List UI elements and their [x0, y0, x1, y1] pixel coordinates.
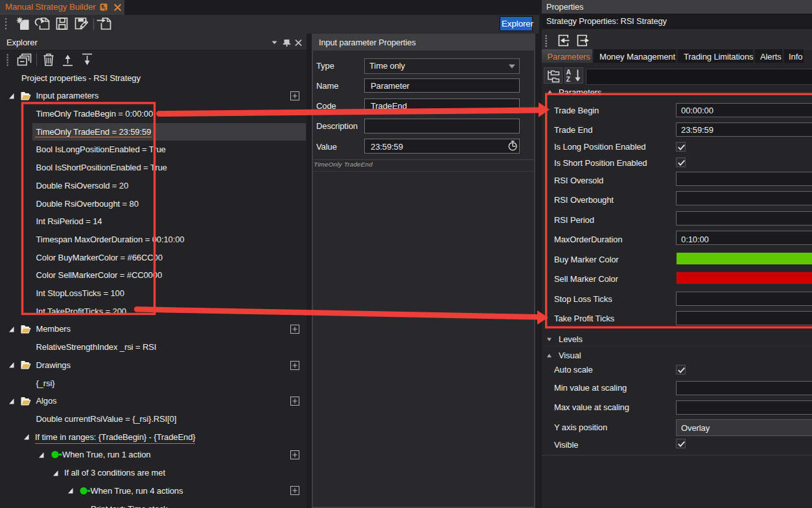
svg-text:Z: Z	[566, 75, 571, 83]
